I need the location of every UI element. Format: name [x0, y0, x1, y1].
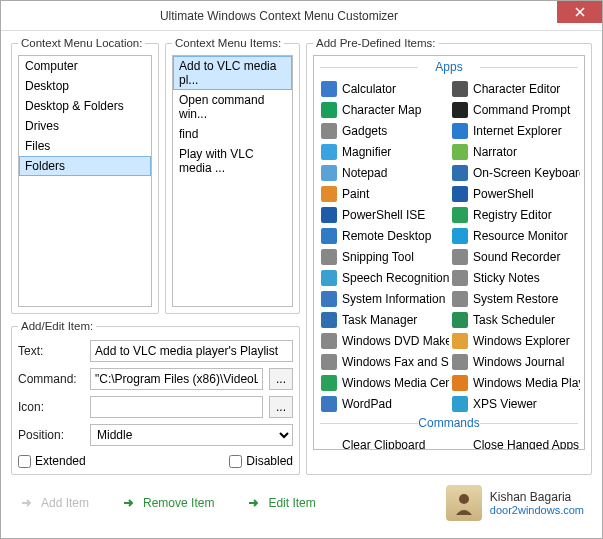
predef-app-item[interactable]: Task Scheduler	[449, 309, 580, 330]
remove-item-button[interactable]: Remove Item	[121, 495, 214, 511]
predef-app-label: Windows Journal	[473, 355, 564, 369]
app-icon	[452, 165, 468, 181]
command-input[interactable]	[90, 368, 263, 390]
predef-app-item[interactable]: Windows Media Cen...	[318, 372, 449, 393]
items-listbox[interactable]: Add to VLC media pl...Open command win..…	[172, 55, 293, 307]
predef-cmd-item[interactable]: Clear Clipboard	[318, 434, 449, 450]
app-icon	[452, 144, 468, 160]
predef-app-label: Character Map	[342, 103, 421, 117]
author-avatar-icon	[446, 485, 482, 521]
predefined-list[interactable]: Apps CalculatorCharacter EditorCharacter…	[313, 55, 585, 450]
disabled-checkbox[interactable]	[229, 455, 242, 468]
predef-app-item[interactable]: Speech Recognition	[318, 267, 449, 288]
title-bar: Ultimate Windows Context Menu Customizer	[1, 1, 602, 31]
predef-app-item[interactable]: Gadgets	[318, 120, 449, 141]
menu-item[interactable]: Play with VLC media ...	[173, 144, 292, 178]
predef-app-label: Gadgets	[342, 124, 387, 138]
predef-app-item[interactable]: System Information	[318, 288, 449, 309]
predef-app-item[interactable]: Character Editor	[449, 78, 580, 99]
edit-item-button[interactable]: Edit Item	[246, 495, 315, 511]
location-item[interactable]: Files	[19, 136, 151, 156]
predef-app-label: Character Editor	[473, 82, 560, 96]
predef-app-item[interactable]: Windows Explorer	[449, 330, 580, 351]
addedit-legend: Add/Edit Item:	[18, 320, 96, 332]
predef-app-item[interactable]: PowerShell ISE	[318, 204, 449, 225]
remove-icon	[121, 495, 137, 511]
predef-app-label: XPS Viewer	[473, 397, 537, 411]
disabled-checkbox-label[interactable]: Disabled	[229, 454, 293, 468]
icon-label: Icon:	[18, 400, 84, 414]
app-icon	[452, 375, 468, 391]
predef-app-label: Command Prompt	[473, 103, 570, 117]
close-button[interactable]	[557, 1, 602, 23]
predef-app-item[interactable]: Notepad	[318, 162, 449, 183]
predef-app-label: On-Screen Keyboard	[473, 166, 580, 180]
predef-app-item[interactable]: Command Prompt	[449, 99, 580, 120]
predef-app-item[interactable]: Registry Editor	[449, 204, 580, 225]
extended-checkbox-label[interactable]: Extended	[18, 454, 86, 468]
position-select[interactable]: Middle	[90, 424, 293, 446]
app-icon	[321, 249, 337, 265]
icon-browse-button[interactable]: ...	[269, 396, 293, 418]
predef-app-label: Windows Explorer	[473, 334, 570, 348]
predef-app-item[interactable]: Windows Media Player	[449, 372, 580, 393]
predef-app-label: Registry Editor	[473, 208, 552, 222]
predef-app-item[interactable]: Remote Desktop	[318, 225, 449, 246]
predef-app-item[interactable]: Windows Fax and Sc...	[318, 351, 449, 372]
predef-app-item[interactable]: Internet Explorer	[449, 120, 580, 141]
predef-app-item[interactable]: On-Screen Keyboard	[449, 162, 580, 183]
predef-app-item[interactable]: Windows DVD Maker	[318, 330, 449, 351]
predef-app-label: PowerShell	[473, 187, 534, 201]
text-input[interactable]	[90, 340, 293, 362]
location-item[interactable]: Drives	[19, 116, 151, 136]
predef-app-item[interactable]: Character Map	[318, 99, 449, 120]
menu-item[interactable]: find	[173, 124, 292, 144]
app-icon	[321, 291, 337, 307]
predef-app-item[interactable]: XPS Viewer	[449, 393, 580, 414]
app-icon	[321, 228, 337, 244]
predef-app-label: Sound Recorder	[473, 250, 560, 264]
predef-app-label: Snipping Tool	[342, 250, 414, 264]
location-listbox[interactable]: ComputerDesktopDesktop & FoldersDrivesFi…	[18, 55, 152, 307]
location-item[interactable]: Computer	[19, 56, 151, 76]
app-icon	[321, 165, 337, 181]
app-icon	[452, 81, 468, 97]
menu-item[interactable]: Open command win...	[173, 90, 292, 124]
app-icon	[452, 249, 468, 265]
predef-app-item[interactable]: Magnifier	[318, 141, 449, 162]
predef-app-item[interactable]: Windows Journal	[449, 351, 580, 372]
command-browse-button[interactable]: ...	[269, 368, 293, 390]
app-icon	[321, 396, 337, 412]
predef-app-item[interactable]: WordPad	[318, 393, 449, 414]
add-item-button: Add Item	[19, 495, 89, 511]
app-icon	[452, 207, 468, 223]
author-link[interactable]: door2windows.com	[490, 504, 584, 516]
predef-cmd-item[interactable]: Close Hanged Apps	[449, 434, 580, 450]
app-icon	[321, 312, 337, 328]
app-icon	[452, 291, 468, 307]
predef-app-label: Task Scheduler	[473, 313, 555, 327]
app-icon	[452, 270, 468, 286]
svg-point-0	[459, 494, 469, 504]
predef-app-item[interactable]: Sticky Notes	[449, 267, 580, 288]
extended-checkbox[interactable]	[18, 455, 31, 468]
location-item[interactable]: Desktop	[19, 76, 151, 96]
predef-app-item[interactable]: PowerShell	[449, 183, 580, 204]
location-item[interactable]: Folders	[19, 156, 151, 176]
close-icon	[575, 7, 585, 17]
predef-app-item[interactable]: Paint	[318, 183, 449, 204]
location-item[interactable]: Desktop & Folders	[19, 96, 151, 116]
menu-item[interactable]: Add to VLC media pl...	[173, 56, 292, 90]
predef-app-item[interactable]: Snipping Tool	[318, 246, 449, 267]
predef-app-item[interactable]: System Restore	[449, 288, 580, 309]
icon-input[interactable]	[90, 396, 263, 418]
predef-app-item[interactable]: Resource Monitor	[449, 225, 580, 246]
predef-app-label: Task Manager	[342, 313, 417, 327]
predef-app-label: Paint	[342, 187, 369, 201]
app-icon	[452, 396, 468, 412]
predef-app-item[interactable]: Calculator	[318, 78, 449, 99]
predef-app-item[interactable]: Task Manager	[318, 309, 449, 330]
predef-app-item[interactable]: Sound Recorder	[449, 246, 580, 267]
predef-app-label: WordPad	[342, 397, 392, 411]
predef-app-item[interactable]: Narrator	[449, 141, 580, 162]
